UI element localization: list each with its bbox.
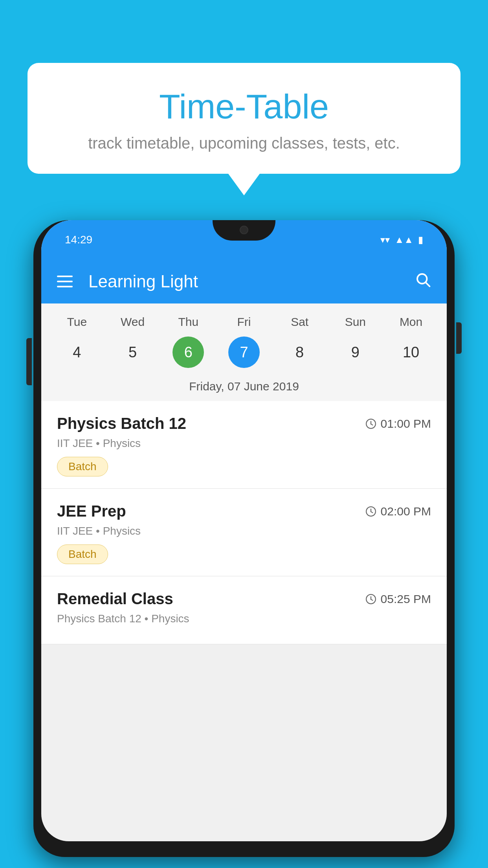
dates-row: 4 5 6 7 8 9 10 <box>41 333 447 376</box>
phone-outer: 14:29 ▾▾ ▲▲ ▮ Learning Light <box>33 220 455 857</box>
speech-bubble-section: Time-Table track timetable, upcoming cla… <box>28 63 460 195</box>
schedule-item-2-header: JEE Prep 02:00 PM <box>57 502 431 520</box>
search-button[interactable] <box>415 271 431 292</box>
schedule-time-1: 01:00 PM <box>365 417 431 430</box>
status-time: 14:29 <box>65 234 92 246</box>
camera-dot <box>240 226 248 234</box>
days-header: Tue Wed Thu Fri Sat Sun Mon <box>41 311 447 333</box>
batch-badge-1: Batch <box>57 457 108 476</box>
schedule-title-3: Remedial Class <box>57 590 173 608</box>
calendar-section: Tue Wed Thu Fri Sat Sun Mon 4 5 6 7 8 9 … <box>41 303 447 401</box>
schedule-item-3[interactable]: Remedial Class 05:25 PM Physics Batch 12… <box>41 576 447 644</box>
date-10[interactable]: 10 <box>395 337 427 368</box>
schedule-time-2: 02:00 PM <box>365 505 431 518</box>
schedule-title-2: JEE Prep <box>57 502 126 520</box>
clock-icon-2 <box>365 506 377 517</box>
day-fri: Fri <box>228 315 260 329</box>
day-wed: Wed <box>117 315 149 329</box>
battery-icon: ▮ <box>418 234 423 245</box>
time-value-1: 01:00 PM <box>381 417 431 430</box>
date-5[interactable]: 5 <box>117 337 149 368</box>
time-value-3: 05:25 PM <box>381 592 431 606</box>
schedule-list: Physics Batch 12 01:00 PM IIT JEE • Phys… <box>41 401 447 644</box>
selected-date-label: Friday, 07 June 2019 <box>41 376 447 401</box>
schedule-time-3: 05:25 PM <box>365 592 431 606</box>
day-tue: Tue <box>61 315 93 329</box>
schedule-subtitle-1: IIT JEE • Physics <box>57 437 431 450</box>
phone-wrapper: 14:29 ▾▾ ▲▲ ▮ Learning Light <box>33 212 455 868</box>
bubble-title: Time-Table <box>59 86 429 127</box>
date-7-selected[interactable]: 7 <box>228 337 260 368</box>
status-icons: ▾▾ ▲▲ ▮ <box>380 234 423 245</box>
hamburger-menu-button[interactable] <box>57 276 73 287</box>
schedule-subtitle-2: IIT JEE • Physics <box>57 525 431 537</box>
schedule-item-1[interactable]: Physics Batch 12 01:00 PM IIT JEE • Phys… <box>41 401 447 489</box>
schedule-item-2[interactable]: JEE Prep 02:00 PM IIT JEE • Physics Batc… <box>41 489 447 576</box>
time-value-2: 02:00 PM <box>381 505 431 518</box>
date-8[interactable]: 8 <box>284 337 316 368</box>
batch-badge-2: Batch <box>57 544 108 564</box>
app-bar: Learning Light <box>41 259 447 303</box>
notch-cutout <box>213 220 275 241</box>
hamburger-line-2 <box>57 281 73 282</box>
hamburger-line-1 <box>57 276 73 277</box>
schedule-subtitle-3: Physics Batch 12 • Physics <box>57 612 431 625</box>
clock-icon-1 <box>365 418 377 430</box>
date-4[interactable]: 4 <box>61 337 93 368</box>
schedule-title-1: Physics Batch 12 <box>57 415 186 432</box>
day-thu: Thu <box>172 315 204 329</box>
svg-line-4 <box>371 424 372 425</box>
app-title: Learning Light <box>88 272 415 291</box>
day-mon: Mon <box>395 315 427 329</box>
status-bar-area: 14:29 ▾▾ ▲▲ ▮ <box>41 220 447 259</box>
date-9[interactable]: 9 <box>339 337 371 368</box>
bubble-arrow <box>228 174 260 195</box>
svg-line-7 <box>371 511 372 513</box>
day-sun: Sun <box>339 315 371 329</box>
speech-bubble: Time-Table track timetable, upcoming cla… <box>28 63 460 174</box>
svg-line-1 <box>426 283 430 287</box>
schedule-item-3-header: Remedial Class 05:25 PM <box>57 590 431 608</box>
day-sat: Sat <box>284 315 316 329</box>
wifi-icon: ▾▾ <box>380 234 390 245</box>
signal-icon: ▲▲ <box>394 234 413 245</box>
clock-icon-3 <box>365 593 377 605</box>
phone-screen: 14:29 ▾▾ ▲▲ ▮ Learning Light <box>41 220 447 841</box>
hamburger-line-3 <box>57 286 73 287</box>
bubble-subtitle: track timetable, upcoming classes, tests… <box>59 134 429 152</box>
svg-line-10 <box>371 599 372 600</box>
schedule-item-1-header: Physics Batch 12 01:00 PM <box>57 415 431 432</box>
search-icon <box>415 271 431 288</box>
date-6-today[interactable]: 6 <box>172 337 204 368</box>
